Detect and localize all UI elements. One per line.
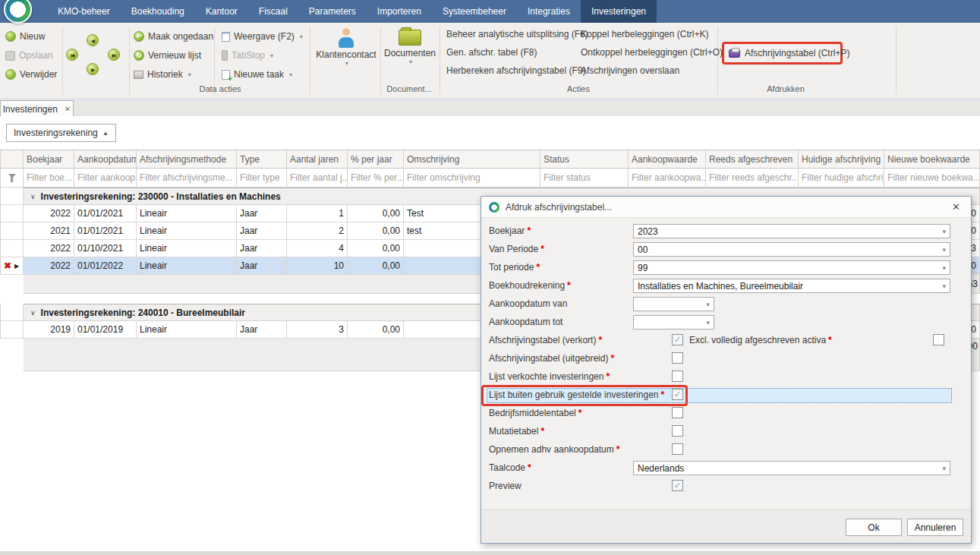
tot-periode-combobox[interactable]: 99▾ bbox=[633, 260, 950, 275]
column-header-aantal-jaren[interactable]: Aantal jaren bbox=[287, 150, 348, 169]
grid-cell-afschrijvingsmethode[interactable]: Lineair bbox=[137, 205, 237, 222]
grid-cell-boekjaar[interactable]: 2022 bbox=[24, 240, 74, 257]
filter-cell-aankoopwaarde[interactable]: Filter aankoopwa... bbox=[629, 169, 706, 188]
aankoopdatum-van-combobox[interactable]: ▾ bbox=[633, 297, 714, 311]
next-record-button[interactable]: ▶ bbox=[87, 63, 99, 75]
menu-item-importeren[interactable]: Importeren bbox=[367, 0, 432, 23]
menu-item-boekhouding[interactable]: Boekhouding bbox=[121, 0, 195, 23]
grid-cell-type[interactable]: Jaar bbox=[237, 205, 287, 222]
grid-cell-aantal-jaren[interactable]: 10 bbox=[287, 257, 348, 275]
grid-cell-per-jaar[interactable]: 0,00 bbox=[348, 257, 404, 275]
chevron-down-icon[interactable]: ▾ bbox=[706, 319, 710, 326]
mutatietabel-checkbox[interactable] bbox=[672, 425, 683, 437]
cancel-button[interactable]: Annuleren bbox=[907, 519, 963, 536]
grid-cell-aantal-jaren[interactable]: 2 bbox=[287, 222, 348, 240]
grid-cell-type[interactable]: Jaar bbox=[237, 321, 287, 339]
gen-afschr-tabel-f8-button[interactable]: Gen. afschr. tabel (F8) bbox=[446, 47, 537, 59]
tabstop-button[interactable]: TabStop ▾ bbox=[222, 48, 273, 63]
menu-item-investeringen[interactable]: Investeringen bbox=[581, 0, 657, 23]
afschrijvingstabel-button[interactable]: Afschrijvingstabel (Ctrl+P) bbox=[722, 42, 843, 65]
column-header-aankoopwaarde[interactable]: Aankoopwaarde bbox=[629, 150, 706, 169]
group-by-button[interactable]: Investeringsrekening ▲ bbox=[6, 124, 116, 142]
chevron-down-icon[interactable]: ▾ bbox=[942, 282, 946, 290]
previous-record-button[interactable]: ◀ bbox=[87, 34, 99, 46]
grid-cell-afschrijvingsmethode[interactable]: Lineair bbox=[137, 321, 237, 339]
weergave-button[interactable]: Weergave (F2) ▾ bbox=[222, 29, 303, 44]
grid-cell-afschrijvingsmethode[interactable]: Lineair bbox=[137, 240, 237, 257]
grid-cell-type[interactable]: Jaar bbox=[237, 257, 287, 275]
nieuwe-taak-button[interactable]: Nieuwe taak ▾ bbox=[222, 67, 292, 82]
filter-cell-type[interactable]: Filter type bbox=[237, 169, 287, 188]
filter-cell-aankoopdatum[interactable]: Filter aankoop... bbox=[74, 169, 137, 188]
afschrijvingen-overslaan-button[interactable]: Afschrijvingen overslaan bbox=[581, 65, 679, 77]
boekjaar-combobox[interactable]: 2023▾ bbox=[633, 224, 950, 238]
grid-cell-aankoopdatum[interactable]: 01/01/2021 bbox=[74, 222, 137, 240]
filter-cell-aantal-jaren[interactable]: Filter aantal j... bbox=[287, 169, 348, 188]
menu-item-kantoor[interactable]: Kantoor bbox=[195, 0, 248, 23]
grid-cell-aankoopdatum[interactable]: 01/01/2019 bbox=[74, 321, 137, 339]
filter-cell-per-jaar[interactable]: Filter % per... bbox=[348, 169, 404, 188]
filter-cell-nieuwe-boekwaarde[interactable]: Filter nieuwe boekwa... bbox=[884, 169, 980, 188]
column-header-afschrijvingsmethode[interactable]: Afschrijvingsmethode bbox=[137, 150, 237, 169]
filter-cell-huidige-afschrijving[interactable]: Filter huidige afschrijv... bbox=[799, 169, 884, 188]
bedrijfsmiddelentabel-checkbox[interactable] bbox=[672, 407, 683, 418]
grid-cell-aantal-jaren[interactable]: 4 bbox=[287, 240, 348, 257]
vernieuw-lijst-button[interactable]: ↻ Vernieuw lijst bbox=[134, 48, 201, 63]
filter-cell-omschrijving[interactable]: Filter omschrijving bbox=[404, 169, 540, 188]
van-periode-combobox[interactable]: 00▾ bbox=[633, 242, 950, 257]
tab-investeringen[interactable]: Investeringen ✕ bbox=[0, 100, 74, 117]
grid-cell-afschrijvingsmethode[interactable]: Lineair bbox=[137, 257, 237, 275]
filter-cell-status[interactable]: Filter status bbox=[540, 169, 629, 188]
last-record-button[interactable]: ▶| bbox=[108, 49, 120, 61]
koppel-herbeleggingen-ctrl-k-button[interactable]: Koppel herbeleggingen (Ctrl+K) bbox=[581, 29, 708, 41]
opnemen-adhv-aankoopdatum-checkbox[interactable] bbox=[672, 443, 683, 455]
column-header-status[interactable]: Status bbox=[540, 150, 629, 169]
grid-cell-aankoopdatum[interactable]: 01/01/2022 bbox=[74, 257, 137, 275]
herbereken-afschrijvingstabel-f9-button[interactable]: Herbereken afschrijvingstabel (F9) bbox=[446, 65, 585, 77]
first-record-button[interactable]: |◀ bbox=[66, 49, 78, 61]
opslaan-button[interactable]: Opslaan bbox=[5, 48, 53, 63]
menu-item-integraties[interactable]: Integraties bbox=[517, 0, 581, 23]
column-header-per-jaar[interactable]: % per jaar bbox=[348, 150, 404, 169]
grid-cell-aantal-jaren[interactable]: 3 bbox=[287, 321, 348, 339]
column-header-type[interactable]: Type bbox=[237, 150, 287, 169]
chevron-down-icon[interactable]: ▾ bbox=[706, 301, 710, 308]
nieuw-button[interactable]: Nieuw bbox=[5, 29, 45, 44]
group-expand-icon[interactable]: ∨ bbox=[30, 193, 36, 200]
filter-cell-afschrijvingsmethode[interactable]: Filter afschrijvingsme... bbox=[137, 169, 237, 188]
chevron-down-icon[interactable]: ▾ bbox=[942, 228, 946, 235]
grid-cell-boekjaar[interactable]: 2022 bbox=[24, 205, 74, 222]
grid-cell-boekjaar[interactable]: 2022 bbox=[24, 257, 74, 275]
grid-cell-boekjaar[interactable]: 2019 bbox=[24, 321, 74, 339]
grid-cell-per-jaar[interactable]: 0,00 bbox=[348, 240, 404, 257]
grid-cell-per-jaar[interactable]: 0,00 bbox=[348, 321, 404, 339]
verwijder-button[interactable]: Verwijder bbox=[5, 67, 57, 82]
beheer-analytische-uitsplitsing-f6-button[interactable]: Beheer analytische uitsplitsing (F6) bbox=[446, 29, 588, 41]
aankoopdatum-tot-combobox[interactable]: ▾ bbox=[633, 315, 714, 330]
excl-volledig-afgeschreven-activa-checkbox[interactable] bbox=[933, 334, 944, 345]
dialog-close-icon[interactable]: ✕ bbox=[949, 201, 963, 213]
column-header-huidige-afschrijving[interactable]: Huidige afschrijving bbox=[799, 150, 884, 169]
menu-item-systeembeheer[interactable]: Systeembeheer bbox=[432, 0, 517, 23]
taalcode-combobox[interactable]: Nederlands▾ bbox=[633, 461, 950, 475]
grid-cell-type[interactable]: Jaar bbox=[237, 240, 287, 257]
filter-cell-reeds-afgeschreven[interactable]: Filter reeds afgeschr... bbox=[706, 169, 799, 188]
grid-cell-type[interactable]: Jaar bbox=[237, 222, 287, 240]
column-header-nieuwe-boekwaarde[interactable]: Nieuwe boekwaarde bbox=[884, 150, 980, 169]
grid-cell-afschrijvingsmethode[interactable]: Lineair bbox=[137, 222, 237, 240]
grid-cell-boekjaar[interactable]: 2021 bbox=[24, 222, 74, 240]
menu-item-parameters[interactable]: Parameters bbox=[298, 0, 367, 23]
chevron-down-icon[interactable]: ▾ bbox=[942, 246, 946, 254]
grid-cell-aantal-jaren[interactable]: 1 bbox=[287, 205, 348, 222]
grid-cell-aankoopdatum[interactable]: 01/10/2021 bbox=[74, 240, 137, 257]
preview-checkbox[interactable]: ✓ bbox=[672, 480, 683, 491]
column-header-boekjaar[interactable]: Boekjaar bbox=[24, 150, 74, 169]
group-expand-icon[interactable]: ∨ bbox=[30, 309, 36, 317]
maak-ongedaan-button[interactable]: ↶ Maak ongedaan bbox=[134, 29, 213, 44]
grid-cell-per-jaar[interactable]: 0,00 bbox=[348, 222, 404, 240]
lijst-verkochte-investeringen-checkbox[interactable] bbox=[672, 371, 683, 382]
afschrijvingstabel-verkort-checkbox[interactable]: ✓ bbox=[672, 334, 683, 345]
klantencontact-button[interactable]: Klantencontact ▾ bbox=[313, 28, 380, 67]
column-header-omschrijving[interactable]: Omschrijving bbox=[404, 150, 540, 169]
filter-cell-boekjaar[interactable]: Filter boe... bbox=[24, 169, 74, 188]
